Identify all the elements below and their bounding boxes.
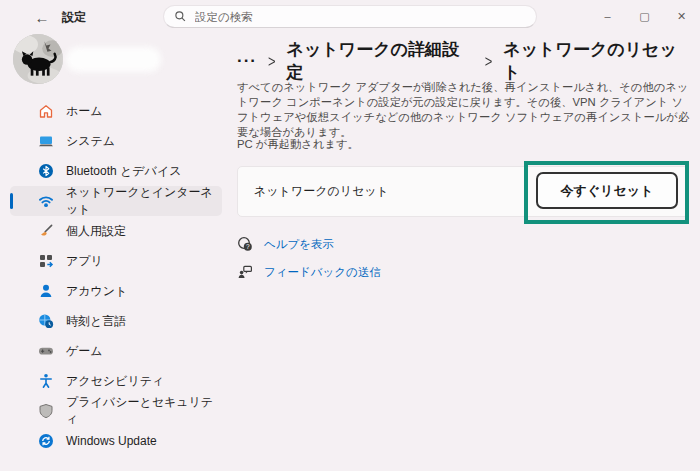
reset-card-label: ネットワークのリセット bbox=[254, 183, 389, 200]
maximize-icon: ▢ bbox=[639, 10, 649, 23]
sidebar-item-gaming[interactable]: ゲーム bbox=[10, 336, 222, 366]
apps-icon bbox=[38, 253, 54, 269]
person-icon bbox=[38, 283, 54, 299]
help-icon: ? bbox=[237, 236, 253, 252]
sidebar-item-privacy[interactable]: プライバシーとセキュリティ bbox=[10, 396, 222, 426]
sidebar-item-label: ホーム bbox=[66, 103, 103, 120]
user-name-redacted bbox=[66, 47, 161, 72]
breadcrumb-item-network-reset: ネットワークのリセット bbox=[503, 38, 692, 84]
system-icon bbox=[38, 133, 54, 149]
paintbrush-icon bbox=[38, 223, 54, 239]
globe-clock-icon bbox=[38, 313, 54, 329]
maximize-button[interactable]: ▢ bbox=[626, 0, 663, 32]
cat-avatar-image bbox=[13, 34, 63, 84]
sidebar-item-label: ネットワークとインターネット bbox=[66, 184, 222, 218]
sidebar-item-label: Bluetooth とデバイス bbox=[66, 163, 181, 180]
shield-icon bbox=[38, 403, 54, 419]
sidebar-item-time-language[interactable]: 時刻と言語 bbox=[10, 306, 222, 336]
page-description: すべてのネットワーク アダプターが削除された後、再インストールされ、その他のネッ… bbox=[237, 80, 692, 140]
feedback-link[interactable]: フィードバックの送信 bbox=[237, 260, 381, 284]
sidebar-item-network[interactable]: ネットワークとインターネット bbox=[10, 186, 222, 216]
avatar[interactable] bbox=[13, 34, 63, 84]
sidebar-item-home[interactable]: ホーム bbox=[10, 96, 222, 126]
breadcrumb-overflow-button[interactable]: ··· bbox=[237, 51, 257, 71]
feedback-icon bbox=[237, 264, 253, 280]
sidebar-item-apps[interactable]: アプリ bbox=[10, 246, 222, 276]
sidebar-item-bluetooth[interactable]: Bluetooth とデバイス bbox=[10, 156, 222, 186]
close-button[interactable]: ✕ bbox=[663, 0, 700, 32]
chevron-right-icon: > bbox=[268, 51, 276, 71]
breadcrumb-item-advanced-network[interactable]: ネットワークの詳細設定 bbox=[287, 38, 474, 84]
feedback-link-label: フィードバックの送信 bbox=[264, 265, 381, 280]
sidebar-item-label: システム bbox=[66, 133, 115, 150]
search-input[interactable] bbox=[195, 11, 526, 23]
sidebar-item-accessibility[interactable]: アクセシビリティ bbox=[10, 366, 222, 396]
sidebar-item-label: ゲーム bbox=[66, 343, 103, 360]
sidebar-item-windows-update[interactable]: Windows Update bbox=[10, 426, 222, 456]
home-icon bbox=[38, 103, 54, 119]
back-button[interactable]: ← bbox=[30, 5, 54, 29]
sidebar-item-label: プライバシーとセキュリティ bbox=[66, 394, 222, 428]
sidebar-item-personalization[interactable]: 個人用設定 bbox=[10, 216, 222, 246]
minimize-icon: – bbox=[604, 10, 610, 22]
sidebar-item-label: アプリ bbox=[66, 253, 103, 270]
breadcrumb: ··· > ネットワークの詳細設定 > ネットワークのリセット bbox=[237, 38, 692, 84]
sidebar-item-label: 個人用設定 bbox=[66, 223, 126, 240]
search-icon bbox=[174, 10, 187, 23]
sidebar-item-system[interactable]: システム bbox=[10, 126, 222, 156]
search-box[interactable] bbox=[163, 5, 537, 28]
window-controls: – ▢ ✕ bbox=[589, 0, 700, 32]
sidebar-item-label: Windows Update bbox=[66, 434, 157, 448]
help-link[interactable]: ? ヘルプを表示 bbox=[237, 232, 334, 256]
app-title: 設定 bbox=[62, 9, 86, 26]
bluetooth-icon bbox=[38, 163, 54, 179]
settings-window: ← 設定 – ▢ ✕ bbox=[0, 0, 700, 471]
sync-icon bbox=[38, 433, 54, 449]
sidebar-item-accounts[interactable]: アカウント bbox=[10, 276, 222, 306]
help-link-label: ヘルプを表示 bbox=[264, 237, 334, 252]
accessibility-person-icon bbox=[38, 373, 54, 389]
svg-text:?: ? bbox=[246, 243, 250, 250]
gamepad-icon bbox=[38, 343, 54, 359]
sidebar-nav: ホーム システム Bluetooth とデバイス bbox=[0, 96, 232, 456]
back-arrow-icon: ← bbox=[35, 9, 50, 26]
restart-note: PC が再起動されます。 bbox=[237, 137, 359, 152]
titlebar: ← 設定 – ▢ ✕ bbox=[0, 0, 700, 34]
sidebar-item-label: アクセシビリティ bbox=[66, 373, 164, 390]
sidebar-item-label: アカウント bbox=[66, 283, 127, 300]
reset-now-button[interactable]: 今すぐリセット bbox=[536, 172, 678, 209]
close-icon: ✕ bbox=[677, 10, 686, 23]
sidebar-item-label: 時刻と言語 bbox=[66, 313, 126, 330]
wifi-icon bbox=[38, 193, 54, 209]
chevron-right-icon: > bbox=[485, 51, 493, 71]
minimize-button[interactable]: – bbox=[589, 0, 626, 32]
